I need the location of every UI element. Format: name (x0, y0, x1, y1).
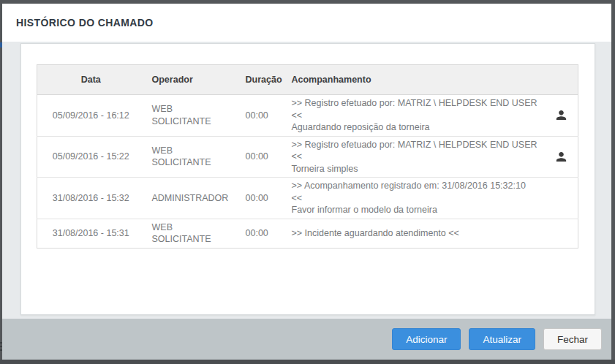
cell-acompanhamento: >> Registro efetuado por: MATRIZ \ HELPD… (284, 136, 546, 178)
cell-icon (546, 178, 578, 219)
cell-data: 05/09/2016 - 16:12 (37, 95, 145, 137)
acompanhamento-line1: >> Registro efetuado por: MATRIZ \ HELPD… (292, 97, 538, 121)
table-row: 31/08/2016 - 15:31 WEB SOLICITANTE 00:00… (37, 219, 578, 248)
column-header-acompanhamento: Acompanhamento (284, 65, 546, 95)
cell-icon (546, 136, 578, 178)
user-icon (553, 109, 571, 121)
cell-operador: WEB SOLICITANTE (145, 95, 238, 137)
acompanhamento-line2: Aguardando reposição da torneira (292, 121, 538, 134)
cell-duracao: 00:00 (238, 136, 284, 178)
acompanhamento-line1: >> Incidente aguardando atendimento << (292, 227, 538, 240)
table-header-row: Data Operador Duração Acompanhamento (37, 65, 578, 95)
column-header-duracao: Duração (238, 65, 284, 95)
history-table: Data Operador Duração Acompanhamento 05/… (37, 64, 578, 249)
user-icon (553, 151, 571, 163)
cell-icon (546, 95, 578, 137)
cell-acompanhamento: >> Incidente aguardando atendimento << (284, 219, 546, 248)
cell-acompanhamento: >> Registro efetuado por: MATRIZ \ HELPD… (284, 95, 546, 137)
acompanhamento-line2: Torneira simples (292, 163, 538, 175)
cell-operador: WEB SOLICITANTE (145, 136, 238, 178)
acompanhamento-line2: Favor informar o modelo da torneira (292, 204, 538, 216)
table-body: 05/09/2016 - 16:12 WEB SOLICITANTE 00:00… (37, 95, 578, 249)
table-row: 31/08/2016 - 15:32 ADMINISTRADOR 00:00 >… (37, 178, 578, 219)
cell-operador: WEB SOLICITANTE (145, 219, 238, 248)
modal-titlebar: HISTÓRICO DO CHAMADO (2, 4, 611, 42)
table-row: 05/09/2016 - 15:22 WEB SOLICITANTE 00:00… (37, 136, 578, 178)
acompanhamento-line1: >> Registro efetuado por: MATRIZ \ HELPD… (292, 139, 538, 163)
cell-duracao: 00:00 (238, 178, 284, 219)
page-bottom-edge (0, 360, 615, 364)
column-header-operador: Operador (145, 65, 238, 95)
cell-data: 05/09/2016 - 15:22 (37, 136, 145, 178)
cell-acompanhamento: >> Acompanhamento registrado em: 31/08/2… (284, 178, 546, 219)
column-header-icon (546, 65, 578, 95)
cell-icon (546, 219, 578, 248)
cell-data: 31/08/2016 - 15:32 (37, 178, 145, 219)
column-header-data: Data (37, 65, 145, 95)
acompanhamento-line1: >> Acompanhamento registrado em: 31/08/2… (292, 180, 538, 204)
cell-data: 31/08/2016 - 15:31 (37, 219, 145, 248)
content-panel: Data Operador Duração Acompanhamento 05/… (20, 43, 595, 315)
modal-body: Data Operador Duração Acompanhamento 05/… (2, 42, 611, 319)
cell-operador: ADMINISTRADOR (145, 178, 238, 219)
cell-duracao: 00:00 (238, 95, 284, 137)
table-row: 05/09/2016 - 16:12 WEB SOLICITANTE 00:00… (37, 95, 578, 137)
fechar-button[interactable]: Fechar (543, 328, 602, 350)
atualizar-button[interactable]: Atualizar (469, 328, 535, 350)
modal-title: HISTÓRICO DO CHAMADO (16, 17, 154, 29)
cell-duracao: 00:00 (238, 219, 284, 248)
modal-footer: Adicionar Atualizar Fechar (2, 319, 611, 360)
adicionar-button[interactable]: Adicionar (392, 328, 461, 350)
